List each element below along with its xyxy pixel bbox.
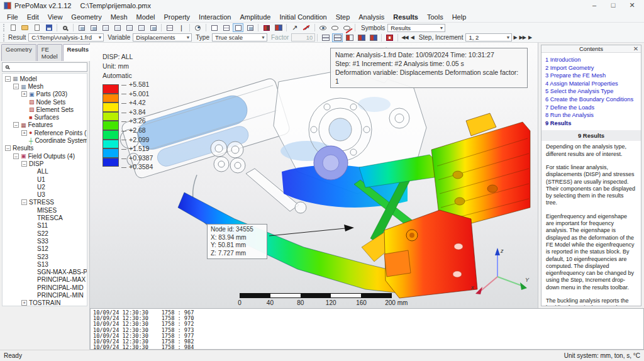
tree-item-tostrain[interactable]: +TOSTRAIN <box>3 299 87 306</box>
tree-item-s22[interactable]: S22 <box>3 230 87 237</box>
first-increment-button[interactable]: ◀◀ <box>401 35 408 40</box>
step-increment-dropdown[interactable]: 1, 2▼ <box>465 33 512 42</box>
import-icon[interactable] <box>31 23 42 32</box>
animate-icon[interactable] <box>384 33 395 42</box>
tree-item-element-sets[interactable]: ▨Element Sets <box>3 106 87 113</box>
menu-interaction[interactable]: Interaction <box>194 13 235 21</box>
view-bottom-icon[interactable] <box>112 23 123 32</box>
menu-initial-condition[interactable]: Initial Condition <box>275 13 331 21</box>
tree-item-reference-points-7[interactable]: +●Reference Points (7) <box>3 129 87 136</box>
tree-item-s13[interactable]: S13 <box>3 260 87 268</box>
tree-item-all[interactable]: ALL <box>3 168 87 175</box>
show-deformed-results-icon[interactable] <box>356 33 367 42</box>
menu-help[interactable]: Help <box>448 13 471 21</box>
maximize-button[interactable]: □ <box>604 1 623 11</box>
show-wireframe-icon[interactable] <box>209 23 219 32</box>
menu-step[interactable]: Step <box>331 13 355 21</box>
collapse-icon[interactable]: – <box>5 145 11 151</box>
type-dropdown[interactable]: True scale▼ <box>212 33 267 42</box>
show-deformed-icon[interactable] <box>332 33 343 42</box>
tree-item-s11[interactable]: S11 <box>3 222 87 230</box>
show-results-icon[interactable] <box>344 33 355 42</box>
tab-geometry[interactable]: Geometry <box>1 44 36 61</box>
symbols-dropdown[interactable]: Results▼ <box>387 24 445 32</box>
collapse-icon[interactable]: – <box>21 161 27 167</box>
menu-edit[interactable]: Edit <box>23 13 43 21</box>
tree-item-parts-203[interactable]: +▣Parts (203) <box>3 91 87 98</box>
menu-amplitude[interactable]: Amplitude <box>235 13 275 21</box>
toc-link-6-create-the-boundary-conditions[interactable]: 6 Create the Boundary Conditions <box>545 96 637 104</box>
menu-geometry[interactable]: Geometry <box>67 13 106 21</box>
tree-item-disp[interactable]: –DISP <box>3 160 87 167</box>
toc-link-9-results[interactable]: 9 Results <box>545 119 637 128</box>
symbol-sphere-icon[interactable] <box>192 23 203 32</box>
collapse-icon[interactable]: – <box>13 153 19 159</box>
toc-link-7-define-the-loads[interactable]: 7 Define the Loads <box>545 104 637 112</box>
open-file-icon[interactable] <box>19 23 30 32</box>
show-wireframe-results-icon[interactable] <box>368 33 379 42</box>
transformation-icon[interactable] <box>273 23 284 32</box>
tree-item-coordinate-systems[interactable]: ┼Coordinate Systems <box>3 136 87 144</box>
tab-fe-model[interactable]: FE Model <box>37 44 62 61</box>
tree-item-features[interactable]: –▦Features <box>3 121 87 129</box>
tree-item-principal-mid[interactable]: PRINCIPAL-MID <box>3 284 87 291</box>
view-back-icon[interactable] <box>88 23 99 32</box>
deformed-undeformed-icon[interactable] <box>261 23 272 32</box>
show-no-edges-icon[interactable] <box>245 23 255 32</box>
collapse-icon[interactable]: – <box>21 199 27 205</box>
show-elements-icon[interactable] <box>221 23 231 32</box>
menu-results[interactable]: Results <box>389 13 423 21</box>
variable-dropdown[interactable]: Displacements▼ <box>133 33 192 42</box>
toc-link-2-import-geometry[interactable]: 2 Import Geometry <box>545 64 637 72</box>
collapse-icon[interactable]: – <box>13 84 19 89</box>
exploded-view-icon[interactable]: | <box>176 23 187 32</box>
tree-item-s23[interactable]: S23 <box>3 253 87 260</box>
view-isometric-icon[interactable] <box>148 23 158 32</box>
tree-item-sgn-max-abs-pri[interactable]: SGN-MAX-ABS-PRI <box>3 268 87 275</box>
remove-annotations-icon[interactable]: ↗ <box>301 23 312 32</box>
section-view-icon[interactable] <box>164 23 175 32</box>
view-front-icon[interactable] <box>76 23 87 32</box>
play-animation-button[interactable]: ▶ <box>528 35 531 40</box>
view-top-icon[interactable] <box>100 23 111 32</box>
tree-item-node-sets[interactable]: ▨Node Sets <box>3 98 87 106</box>
collapse-icon[interactable]: – <box>13 122 19 128</box>
tree-item-u2[interactable]: U2 <box>3 183 87 191</box>
help-close-icon[interactable]: ✕ <box>631 45 641 52</box>
tree-item-s33[interactable]: S33 <box>3 237 87 245</box>
tree-item-mises[interactable]: MISES <box>3 206 87 214</box>
tree-item-tresca[interactable]: TRESCA <box>3 214 87 221</box>
toc-link-4-assign-material-properties[interactable]: 4 Assign Material Properties <box>545 80 637 88</box>
expand-icon[interactable]: + <box>21 130 27 136</box>
tree-item-field-outputs-4[interactable]: –▣Field Outputs (4) <box>3 152 87 160</box>
show-undeformed-icon[interactable] <box>320 33 331 42</box>
view-right-icon[interactable] <box>136 23 147 32</box>
expand-icon[interactable]: + <box>21 91 27 97</box>
new-file-icon[interactable] <box>8 23 18 32</box>
tree-item-model[interactable]: –▦Model <box>3 75 87 82</box>
tree-item-surfaces[interactable]: ■Surfaces <box>3 114 87 121</box>
save-icon[interactable] <box>43 23 54 32</box>
result-dropdown[interactable]: C:\Temp\Analysis-1.frd▼ <box>28 33 104 42</box>
zoom-icon[interactable] <box>60 23 70 32</box>
viewport-3d[interactable]: z Y x DISP: ALL Unit: mm Automatic +5.58… <box>90 43 538 308</box>
menu-mesh[interactable]: Mesh <box>106 13 132 21</box>
tree-search-input[interactable] <box>2 62 87 72</box>
toc-link-5-select-the-analysis-type[interactable]: 5 Select the Analysis Type <box>545 87 637 96</box>
log-output[interactable]: 10/09/24 12:30:30 1758 : 96710/09/24 12:… <box>90 308 644 350</box>
tree-item-u3[interactable]: U3 <box>3 191 87 199</box>
close-button[interactable]: ✕ <box>623 1 641 11</box>
last-increment-button[interactable]: ▶▶ <box>519 35 526 40</box>
menu-model[interactable]: Model <box>132 13 160 21</box>
toc-link-3-prepare-the-fe-mesh[interactable]: 3 Prepare the FE Mesh <box>545 72 637 80</box>
next-increment-button[interactable]: ▶ <box>513 35 516 40</box>
menu-property[interactable]: Property <box>160 13 195 21</box>
show-transparent-icon[interactable] <box>330 23 340 32</box>
collapse-icon[interactable]: – <box>5 76 11 82</box>
menu-tools[interactable]: Tools <box>423 13 448 21</box>
menu-analysis[interactable]: Analysis <box>354 13 389 21</box>
tree-item-principal-max[interactable]: PRINCIPAL-MAX <box>3 276 87 284</box>
show-model-edges-icon[interactable] <box>233 23 243 32</box>
tree-item-mesh[interactable]: –▦Mesh <box>3 82 87 90</box>
tree-item-stress[interactable]: –STRESS <box>3 199 87 206</box>
